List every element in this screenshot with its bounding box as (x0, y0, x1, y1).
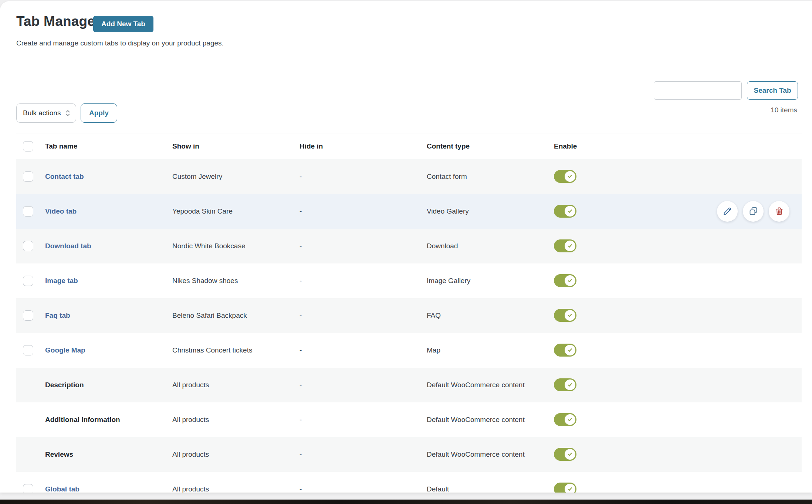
check-icon (567, 312, 573, 319)
row-checkbox[interactable] (23, 484, 33, 493)
tab-name-text: Description (45, 381, 84, 389)
table-row: Image tabNikes Shadow shoes-Image Galler… (16, 263, 802, 298)
table-row: Video tabYepooda Skin Care-Video Gallery (16, 194, 802, 229)
content-type-value: Image Gallery (427, 277, 470, 285)
row-checkbox[interactable] (23, 310, 33, 321)
show-in-value: Yepooda Skin Care (172, 207, 233, 215)
tab-name-text: Reviews (45, 450, 73, 458)
check-icon (567, 416, 573, 423)
hide-in-value: - (300, 277, 302, 285)
enable-toggle[interactable] (554, 344, 576, 357)
duplicate-icon (748, 206, 758, 216)
row-checkbox[interactable] (23, 345, 33, 355)
table-header-row: Tab name Show in Hide in Content type En… (16, 133, 802, 159)
select-all-checkbox[interactable] (23, 141, 33, 151)
enable-toggle[interactable] (554, 448, 576, 461)
bulk-actions-select[interactable]: Bulk actions (16, 103, 76, 123)
check-icon (567, 347, 573, 353)
tab-name-text: Additional Information (45, 416, 120, 423)
content-type-value: FAQ (427, 311, 441, 319)
viewport-bottom-edge (0, 500, 812, 504)
column-header-enable: Enable (549, 133, 802, 159)
select-chevrons-icon (65, 108, 71, 118)
show-in-value: Nikes Shadow shoes (172, 277, 238, 285)
add-new-tab-button[interactable]: Add New Tab (93, 16, 153, 32)
toggle-knob (565, 171, 575, 182)
row-checkbox[interactable] (23, 206, 33, 217)
hide-in-value: - (300, 311, 302, 319)
content-type-value: Video Gallery (427, 207, 469, 215)
enable-toggle[interactable] (554, 309, 576, 322)
check-icon (567, 243, 573, 249)
tab-name-link[interactable]: Google Map (45, 346, 85, 354)
table-row: Faq tabBeleno Safari Backpack-FAQ (16, 298, 802, 333)
show-in-value: Custom Jewelry (172, 173, 222, 180)
admin-page-card: Tab Manager Add New Tab Create and manag… (0, 1, 812, 493)
enable-toggle[interactable] (554, 239, 576, 252)
toggle-knob (565, 310, 575, 321)
row-checkbox[interactable] (23, 276, 33, 286)
show-in-value: All products (172, 485, 209, 493)
toggle-knob (565, 345, 575, 355)
check-icon (567, 208, 573, 214)
content-type-value: Default WooCommerce content (427, 416, 525, 423)
content-type-value: Default WooCommerce content (427, 381, 525, 389)
toggle-knob (565, 275, 575, 286)
table-row: Additional InformationAll products-Defau… (16, 402, 802, 437)
show-in-value: All products (172, 381, 209, 389)
bulk-actions-label: Bulk actions (23, 109, 61, 117)
page-subtitle: Create and manage custom tabs to display… (16, 39, 224, 47)
toggle-knob (565, 379, 575, 390)
enable-toggle[interactable] (554, 170, 576, 183)
check-icon (567, 486, 573, 492)
tab-name-link[interactable]: Global tab (45, 485, 79, 493)
enable-toggle[interactable] (554, 274, 576, 287)
tab-name-link[interactable]: Contact tab (45, 173, 84, 180)
tab-name-link[interactable]: Download tab (45, 242, 91, 250)
column-header-show-in: Show in (168, 133, 295, 159)
enable-toggle[interactable] (554, 205, 576, 218)
toggle-knob (565, 449, 575, 460)
apply-button[interactable]: Apply (81, 103, 117, 123)
table-row: Contact tabCustom Jewelry-Contact form (16, 159, 802, 194)
tabs-table: Tab name Show in Hide in Content type En… (16, 133, 802, 493)
enable-toggle[interactable] (554, 483, 576, 493)
row-checkbox[interactable] (23, 171, 33, 182)
content-type-value: Contact form (427, 173, 467, 180)
delete-button[interactable] (769, 201, 789, 222)
trash-icon (774, 206, 784, 216)
table-row: ReviewsAll products-Default WooCommerce … (16, 437, 802, 472)
hide-in-value: - (300, 450, 302, 458)
table-row: DescriptionAll products-Default WooComme… (16, 368, 802, 402)
content-type-value: Map (427, 346, 440, 354)
toggle-knob (565, 414, 575, 425)
toggle-knob (565, 206, 575, 217)
content-type-value: Download (427, 242, 458, 250)
edit-button[interactable] (717, 201, 738, 222)
tab-name-link[interactable]: Video tab (45, 207, 77, 215)
toggle-knob (565, 241, 575, 251)
enable-toggle[interactable] (554, 378, 576, 391)
row-checkbox[interactable] (23, 241, 33, 251)
hide-in-value: - (300, 242, 302, 250)
hide-in-value: - (300, 173, 302, 180)
tab-name-link[interactable]: Faq tab (45, 311, 70, 319)
table-row: Global tabAll products-Default (16, 472, 802, 493)
show-in-value: Beleno Safari Backpack (172, 311, 247, 319)
enable-toggle[interactable] (554, 413, 576, 426)
search-tab-button[interactable]: Search Tab (747, 81, 798, 100)
hide-in-value: - (300, 381, 302, 389)
show-in-value: All products (172, 450, 209, 458)
column-header-hide-in: Hide in (295, 133, 422, 159)
check-icon (567, 382, 573, 388)
duplicate-button[interactable] (743, 201, 764, 222)
table-row: Download tabNordic White Bookcase-Downlo… (16, 229, 802, 263)
toggle-knob (565, 484, 575, 493)
search-input[interactable] (654, 81, 742, 100)
tab-name-link[interactable]: Image tab (45, 277, 78, 285)
check-icon (567, 451, 573, 457)
page-title: Tab Manager (16, 14, 101, 29)
show-in-value: All products (172, 416, 209, 423)
column-header-tab-name: Tab name (41, 133, 168, 159)
column-header-content-type: Content type (422, 133, 549, 159)
